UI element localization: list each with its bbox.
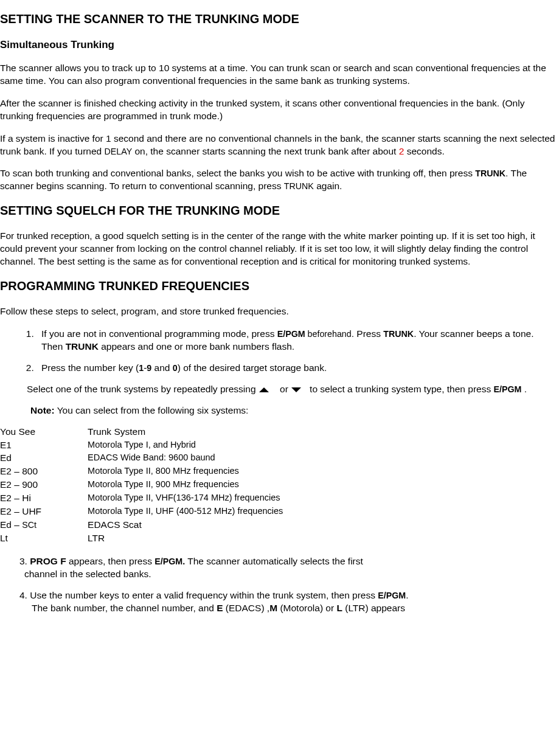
text: or [277, 384, 291, 394]
text: ) of the desired target storage bank. [178, 362, 327, 373]
text: 4. Use the number keys to enter a valid … [19, 590, 378, 600]
text: The scanner automatically selects the fi… [185, 556, 363, 566]
cell: E2 – 800 [0, 465, 45, 479]
cell: E2 – Hi [0, 492, 45, 505]
cell: EDACS Wide Band: 9600 baund [45, 452, 286, 465]
para-5: For trunked reception, a good squelch se… [0, 230, 555, 268]
label-e: E [217, 603, 223, 613]
text: again. [314, 181, 342, 191]
cell: E1 [0, 439, 45, 453]
cell: Lt [0, 532, 45, 546]
step-4: 4. Use the number keys to enter a valid … [19, 589, 555, 615]
cell: Motorola Type I, and Hybrid [45, 439, 286, 453]
cell: E2 – 900 [0, 479, 45, 492]
down-arrow-icon [291, 387, 302, 393]
key-trunk: TRUNK [475, 168, 505, 178]
label-l: L [336, 603, 342, 613]
text: (EDACS) , [223, 603, 270, 613]
text: appears, then press [66, 556, 155, 566]
heading-simultaneous: Simultaneous Trunking [0, 38, 555, 52]
key-trunk: TRUNK [383, 329, 414, 339]
trunk-system-table: You SeeTrunk System E1Motorola Type I, a… [0, 426, 286, 546]
text: Select one of the trunk systems by repea… [27, 384, 259, 394]
text: seconds. [404, 146, 444, 156]
text: . [406, 590, 408, 600]
step-2: Press the number key (1-9 and 0) of the … [36, 362, 555, 375]
text: To scan both trunking and conventional b… [0, 168, 475, 178]
key-epgm: E/PGM [378, 591, 406, 600]
heading-programming: PROGRAMMING TRUNKED FREQUENCIES [0, 278, 555, 294]
heading-squelch: SETTING SQUELCH FOR THE TRUNKING MODE [0, 203, 555, 219]
cell: Ed – SCt [0, 519, 45, 532]
step-1: If you are not in conventional programmi… [36, 328, 555, 353]
text: and [151, 362, 172, 373]
key-epgm: E/PGM [493, 384, 521, 394]
text: (Motorola) or [277, 603, 336, 613]
para-2: After the scanner is finished checking a… [0, 97, 555, 123]
text: . Press [352, 328, 384, 339]
th-trunk-system: Trunk System [45, 426, 286, 439]
text: 3. [19, 556, 30, 566]
key-epgm: E/PGM [277, 329, 305, 339]
text: Press the number key ( [41, 362, 139, 373]
label-m: M [269, 603, 277, 613]
step-3: 3. PROG F appears, then press E/PGM. The… [19, 555, 555, 581]
para-6: Follow these steps to select, program, a… [0, 305, 555, 318]
note: Note: You can select from the following … [30, 404, 555, 417]
text: appears and one or more bank numbers fla… [99, 341, 294, 352]
key-0: 0 [173, 363, 178, 373]
para-4: To scan both trunking and conventional b… [0, 167, 555, 193]
para-1: The scanner allows you to track up to 10… [0, 62, 555, 88]
svg-marker-0 [259, 387, 269, 392]
key-trunk: TRUNK [284, 181, 314, 191]
text: If you are not in conventional programmi… [41, 328, 277, 339]
cell: Motorola Type II, 900 MHz frequencies [45, 479, 286, 492]
text: channel in the selected banks. [24, 569, 151, 579]
cell: Motorola Type II, UHF (400-512 MHz) freq… [45, 505, 286, 519]
cell: Motorola Type II, 800 MHz frequencies [45, 465, 286, 479]
text: The bank number, the channel number, and [32, 603, 217, 613]
para-3: If a system is inactive for 1 second and… [0, 133, 555, 158]
cell: E2 – UHF [0, 505, 45, 519]
text: to select a trunking system type, then p… [307, 384, 494, 394]
step-2-sub: Select one of the trunk systems by repea… [27, 383, 555, 396]
key-delay: DELAY [104, 147, 132, 156]
label-trunk: TRUNK [66, 341, 99, 352]
key-1: 1 [139, 363, 144, 373]
text: beforehand [305, 329, 352, 339]
cell: Motorola Type II, VHF(136-174 MHz) frequ… [45, 492, 286, 505]
svg-marker-1 [291, 387, 301, 392]
note-label: Note: [30, 405, 55, 415]
cell: EDACS Scat [45, 519, 286, 532]
cell: LTR [45, 532, 286, 546]
key-epgm: E/PGM. [155, 557, 185, 566]
th-you-see: You See [0, 426, 45, 439]
cell: Ed [0, 452, 45, 465]
heading-trunking-mode: SETTING THE SCANNER TO THE TRUNKING MODE [0, 11, 555, 27]
text: . [521, 384, 527, 394]
text: on, the scanner starts scanning the next… [132, 146, 399, 156]
text: (LTR) appears [342, 603, 405, 613]
up-arrow-icon [259, 387, 269, 393]
note-text: You can select from the following six sy… [55, 405, 249, 415]
label-prog-f: PROG F [30, 556, 66, 566]
